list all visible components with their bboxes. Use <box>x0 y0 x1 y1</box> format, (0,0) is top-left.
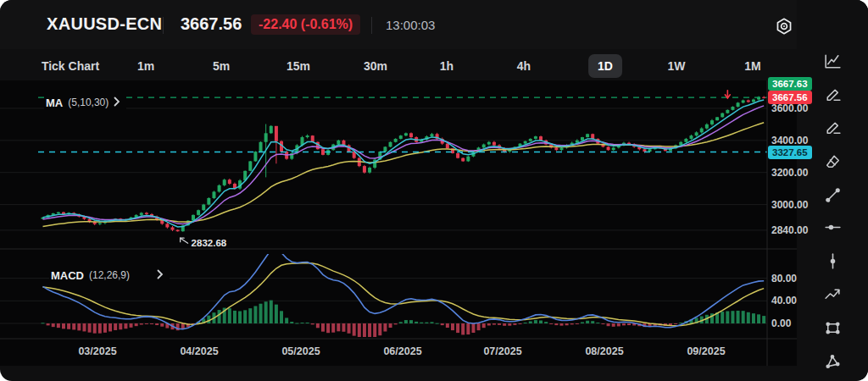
ma30-line <box>43 123 765 227</box>
macd-histogram-bar <box>721 312 724 323</box>
macd-histogram-bar <box>130 323 133 328</box>
macd-histogram-bar <box>280 311 283 323</box>
chart-canvas[interactable] <box>0 0 797 381</box>
macd-histogram-bar <box>42 323 45 323</box>
candle-body <box>431 134 434 136</box>
macd-histogram-bar <box>456 323 459 333</box>
trend-line-tool-icon[interactable] <box>820 182 845 207</box>
macd-histogram-bar <box>762 316 765 323</box>
macd-histogram-bar <box>140 323 143 324</box>
candle-body <box>752 100 755 102</box>
candle-body <box>176 230 180 232</box>
candle-body <box>212 191 215 198</box>
macd-histogram-bar <box>726 311 729 323</box>
vertical-line-tool-icon[interactable] <box>820 248 845 273</box>
macd-histogram-bar <box>679 323 682 323</box>
macd-histogram-bar <box>570 323 574 324</box>
macd-histogram-bar <box>674 323 677 324</box>
macd-histogram-bar <box>425 323 428 323</box>
macd-histogram-bar <box>124 323 127 329</box>
macd-histogram-bar <box>337 323 340 331</box>
macd-histogram-bar <box>519 323 522 324</box>
macd-histogram-bar <box>311 323 314 324</box>
candle-body <box>487 142 491 145</box>
candle-body <box>643 149 646 152</box>
candle-body <box>171 227 175 229</box>
macd-histogram-bar <box>461 323 465 334</box>
macd-histogram-bar <box>446 323 449 328</box>
macd-histogram-bar <box>358 323 361 339</box>
macd-axis-tick-label: 0.00 <box>771 318 791 329</box>
candle-body <box>762 97 765 98</box>
low-annotation-arrow <box>181 238 188 243</box>
candle-body <box>321 149 325 155</box>
candle-body <box>275 126 278 141</box>
eraser-tool-icon[interactable] <box>820 148 845 174</box>
macd-histogram-bar <box>150 323 153 324</box>
macd-histogram-bar <box>731 311 734 323</box>
macd-histogram-bar <box>617 323 620 326</box>
ma5-line <box>43 100 765 227</box>
macd-histogram-bar <box>264 301 268 323</box>
macd-histogram-bar <box>742 311 745 323</box>
macd-histogram-bar <box>415 322 418 323</box>
chevron-right-icon[interactable] <box>114 95 120 110</box>
x-axis-tick-label: 07/2025 <box>473 345 532 357</box>
macd-histogram-bar <box>72 323 75 329</box>
macd-histogram-bar <box>436 323 439 324</box>
macd-histogram-bar <box>554 323 558 325</box>
candle-body <box>446 144 449 149</box>
horizontal-line-tool-icon[interactable] <box>820 214 845 240</box>
low-price-annotation: 2832.68 <box>192 238 227 248</box>
candle-body <box>409 133 413 137</box>
candle-body <box>684 139 687 142</box>
macd-histogram-bar <box>498 323 501 325</box>
macd-histogram-bar <box>295 323 298 324</box>
macd-histogram-bar <box>93 323 97 334</box>
macd-histogram-bar <box>524 323 527 323</box>
macd-histogram-bar <box>471 323 475 333</box>
macd-indicator-row[interactable]: MACD (12,26,9) <box>49 266 170 284</box>
polygon-tool-icon[interactable] <box>820 349 845 374</box>
candle-body <box>456 153 459 158</box>
macd-indicator-label: MACD <box>51 269 84 282</box>
ask-price-badge: 3667.63 <box>768 77 812 91</box>
macd-histogram-bar <box>389 323 392 328</box>
macd-histogram-bar <box>591 321 594 323</box>
macd-histogram-bar <box>544 322 548 323</box>
candle-body <box>389 142 392 147</box>
macd-histogram-bar <box>576 323 579 324</box>
chart-type-tool-icon[interactable] <box>820 48 845 74</box>
zigzag-tool-icon[interactable] <box>820 281 845 306</box>
macd-histogram-bar <box>466 323 470 334</box>
candle-body <box>228 179 231 184</box>
macd-histogram-bar <box>331 323 335 333</box>
candle-body <box>586 134 589 137</box>
ma-indicator-row[interactable]: MA (5,10,30) <box>44 93 126 112</box>
candle-body <box>140 213 143 214</box>
macd-histogram-bar <box>233 311 236 323</box>
macd-histogram-bar <box>353 323 356 336</box>
macd-histogram-bar <box>243 310 247 323</box>
chevron-right-icon[interactable] <box>157 268 164 283</box>
macd-histogram-bar <box>581 322 584 323</box>
candle-body <box>524 141 527 144</box>
candle-body <box>581 137 584 141</box>
annotate-tool-icon[interactable] <box>820 114 845 140</box>
x-axis-tick-label: 05/2025 <box>271 345 331 357</box>
candle-body <box>264 133 268 141</box>
macd-histogram-bar <box>98 323 102 334</box>
macd-line <box>43 250 765 329</box>
x-axis-tick-label: 03/2025 <box>68 345 127 357</box>
macd-histogram-bar <box>492 323 496 325</box>
candle-body <box>482 145 486 148</box>
candle-body <box>607 146 610 150</box>
candle-body <box>560 147 564 150</box>
candle-body <box>591 134 594 139</box>
macd-histogram-bar <box>275 305 278 323</box>
macd-histogram-bar <box>601 323 604 324</box>
rectangle-tool-icon[interactable] <box>820 315 845 340</box>
candle-body <box>165 224 169 227</box>
ma-indicator-params: (5,10,30) <box>68 97 108 108</box>
draw-tool-icon[interactable] <box>820 81 845 107</box>
